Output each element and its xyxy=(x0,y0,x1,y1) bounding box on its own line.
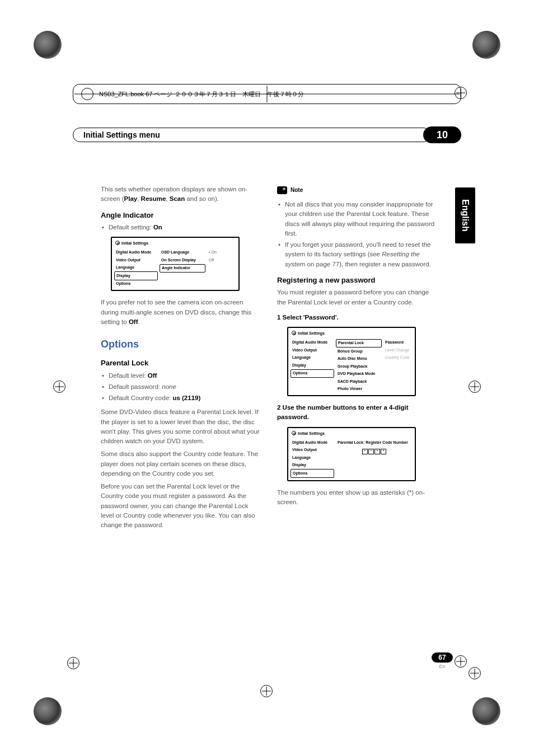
crosshair-icon xyxy=(53,381,65,393)
section-title: Initial Settings menu xyxy=(83,130,160,139)
step-1: 1 Select 'Password'. xyxy=(277,313,437,322)
decoration-tl xyxy=(34,31,62,59)
registering-body: You must register a password before you … xyxy=(277,288,437,307)
settings-menu-password: Initial Settings Digital Audio Mode Vide… xyxy=(287,327,416,396)
angle-body: If you prefer not to see the camera icon… xyxy=(101,298,260,327)
step-2: 2 Use the number buttons to enter a 4-di… xyxy=(277,403,437,422)
note-icon xyxy=(277,186,287,194)
crosshair-icon xyxy=(455,655,467,668)
disc-icon xyxy=(115,241,120,245)
right-column: Note Not all discs that you may consider… xyxy=(277,185,437,533)
crosshair-icon xyxy=(81,88,93,100)
decoration-br xyxy=(472,697,500,725)
settings-menu-register: Initial Settings Digital Audio Mode Vide… xyxy=(287,427,416,481)
intro-text: This sets whether operation displays are… xyxy=(101,185,260,204)
password-dots: **** xyxy=(336,449,413,454)
parental-p2: Some discs also support the Country code… xyxy=(101,449,260,478)
crosshair-icon xyxy=(469,667,481,679)
registering-heading: Registering a new password xyxy=(277,275,437,286)
angle-indicator-heading: Angle Indicator xyxy=(101,210,260,221)
document-header: NS03_ZFL.book 67 ページ ２００３年７月３１日 木曜日 午後７時… xyxy=(73,84,461,104)
language-tab: English xyxy=(455,187,475,243)
note-item: If you forget your password, you'll need… xyxy=(277,240,437,269)
main-content: This sets whether operation displays are… xyxy=(101,185,437,533)
decoration-tr xyxy=(472,31,500,59)
crosshair-icon xyxy=(469,381,481,393)
parental-lock-heading: Parental Lock xyxy=(101,358,260,369)
note-tag: Note xyxy=(277,186,303,194)
default-setting-item: Default setting: On xyxy=(101,223,260,232)
disc-icon xyxy=(292,431,296,435)
crosshair-icon xyxy=(67,657,79,669)
crosshair-icon xyxy=(260,685,273,697)
parental-p1: Some DVD-Video discs feature a Parental … xyxy=(101,407,260,446)
chapter-number: 10 xyxy=(423,126,461,143)
options-heading: Options xyxy=(101,337,260,352)
parental-p3: Before you can set the Parental Lock lev… xyxy=(101,482,260,530)
left-column: This sets whether operation displays are… xyxy=(101,185,260,533)
settings-menu-display: Initial Settings Digital Audio Mode Vide… xyxy=(111,237,240,291)
section-title-bar: Initial Settings menu xyxy=(73,128,431,142)
note-item: Not all discs that you may consider inap… xyxy=(277,200,437,238)
decoration-bl xyxy=(34,697,62,725)
page-number: 67 En xyxy=(432,652,453,669)
disc-icon xyxy=(292,331,296,335)
asterisk-note: The numbers you enter show up as asteris… xyxy=(277,488,437,508)
